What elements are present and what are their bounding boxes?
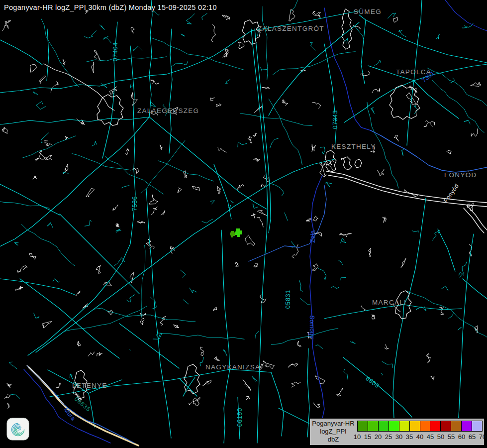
radar-echo-cell [230, 231, 235, 237]
city-label-zalaegerszeg: ZALAEGERSZEG [137, 107, 199, 114]
radar-title: Poganyvar-HR logZ_PPI 30km (dbZ) Monday … [4, 3, 217, 11]
legend-cell [451, 421, 462, 432]
river-label-zala: Zala [309, 230, 316, 242]
road-label-07343: 07343 [332, 110, 339, 129]
legend-tick: 35 [406, 433, 413, 441]
legend-color-cells [357, 421, 483, 432]
map-decor-layer [0, 0, 487, 408]
legend-tick: 40 [416, 433, 423, 441]
city-label-sumeg: SÜMEG [354, 8, 382, 15]
legend-radar-name: Poganyvar-HR [310, 420, 357, 428]
map-main-lines [0, 0, 487, 446]
legend-cell [409, 421, 420, 432]
legend-cell [378, 421, 389, 432]
legend-tick: 45 [427, 433, 434, 441]
city-label-marcali: MARCALI [372, 299, 406, 306]
radar-legend: Poganyvar-HR logZ_PPI dbZ 10152025303540… [309, 418, 485, 446]
city-label-nagykanizsa: NAGYKANIZSA [205, 363, 260, 371]
road-label-05831: 05831 [285, 290, 292, 309]
legend-cell [430, 421, 441, 432]
legend-cell [368, 421, 379, 432]
legend-unit: dbZ [310, 436, 357, 444]
river-label-somogy: Somogy [308, 315, 315, 338]
legend-cell [440, 421, 451, 432]
legend-tick: 65 [469, 433, 476, 441]
city-label-zalaszentgrot: ZALASZENTGRÓT [258, 25, 324, 32]
legend-cell [420, 421, 431, 432]
legend-cell [399, 421, 410, 432]
radar-echo [230, 228, 242, 237]
legend-tick: 70 [479, 433, 486, 441]
map-canvas [0, 0, 487, 448]
legend-tick: 20 [375, 433, 382, 441]
legend-tick: 10 [354, 433, 361, 441]
legend-tick: 25 [385, 433, 392, 441]
legend-cell [357, 421, 368, 432]
legend-tick: 30 [395, 433, 402, 441]
legend-product: logZ_PPI [310, 428, 357, 436]
legend-tick: 50 [437, 433, 444, 441]
radar-echo-cell [235, 228, 242, 237]
city-label-fonyod: FONYÓD [444, 171, 477, 179]
legend-tick: 60 [458, 433, 465, 441]
legend-cell [472, 421, 483, 432]
settlement-outlines [74, 9, 420, 399]
legend-cell [389, 421, 399, 432]
spiral-hurricane-logo [6, 418, 29, 441]
legend-cell [461, 421, 472, 432]
legend-tick: 15 [364, 433, 371, 441]
city-label-keszthely: KESZTHELY [331, 143, 376, 150]
legend-tick: 55 [448, 433, 455, 441]
legend-scale: 10152025303540455055606570 [357, 421, 483, 444]
legend-meta: Poganyvar-HR logZ_PPI dbZ [310, 420, 357, 444]
road-label-7536: 7536 [131, 196, 138, 212]
radar-map-screen: Poganyvar-HR logZ_PPI 30km (dbZ) Monday … [0, 0, 487, 448]
road-label-07404: 07404 [112, 42, 119, 61]
city-label-letenye: LETENYE [72, 382, 107, 389]
road-label-06190: 06190 [236, 408, 243, 427]
